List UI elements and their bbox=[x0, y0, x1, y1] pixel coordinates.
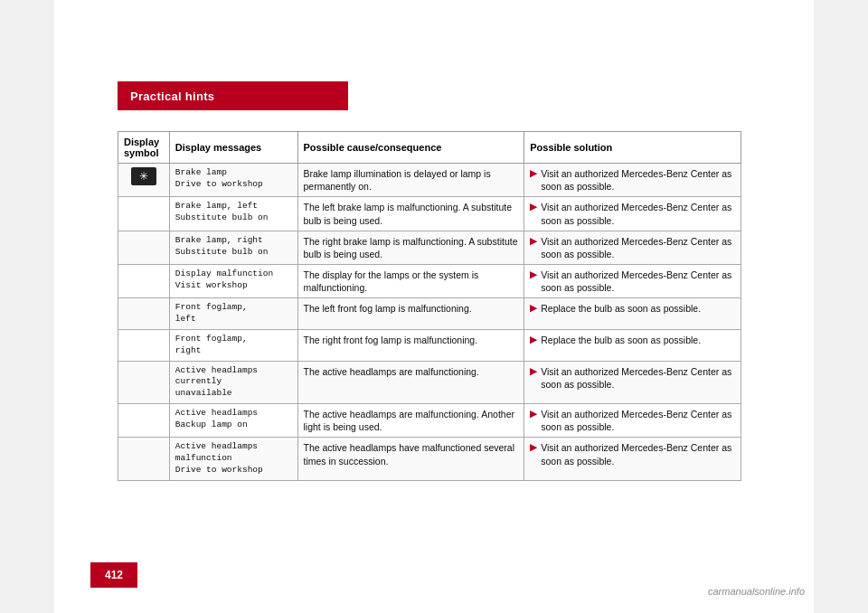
solution-text: Visit an authorized Mercedes-Benz Center… bbox=[541, 441, 735, 467]
lamp-icon: ✳ bbox=[131, 167, 156, 185]
col-header-cause: Possible cause/consequence bbox=[297, 132, 524, 164]
solution-cell: ▶Replace the bulb as soon as possible. bbox=[524, 330, 741, 362]
arrow-icon: ▶ bbox=[530, 269, 537, 281]
message-cell: Active headlamps Backup lamp on bbox=[169, 404, 297, 438]
solution-cell: ▶Visit an authorized Mercedes-Benz Cente… bbox=[524, 164, 741, 197]
symbol-cell bbox=[118, 197, 170, 231]
table-row: Brake lamp, right Substitute bulb onThe … bbox=[118, 231, 741, 264]
solution-text: Replace the bulb as soon as possible. bbox=[541, 334, 701, 346]
arrow-icon: ▶ bbox=[530, 302, 537, 315]
solution-text: Visit an authorized Mercedes-Benz Center… bbox=[541, 269, 735, 294]
cause-cell: The right brake lamp is malfunctioning. … bbox=[297, 231, 524, 264]
page-number: 412 bbox=[105, 569, 123, 581]
symbol-cell bbox=[118, 404, 170, 438]
cause-cell: The active headlamps are malfunctioning. bbox=[297, 361, 524, 403]
col-header-symbol: Display symbol bbox=[118, 132, 170, 164]
table-row: Active headlamps Backup lamp onThe activ… bbox=[118, 404, 741, 438]
solution-cell: ▶Visit an authorized Mercedes-Benz Cente… bbox=[524, 265, 741, 298]
watermark: carmanualsonline.info bbox=[708, 586, 805, 597]
table-row: Display malfunction Visit workshopThe di… bbox=[118, 265, 741, 298]
table-row: Brake lamp, left Substitute bulb onThe l… bbox=[118, 197, 741, 231]
arrow-icon: ▶ bbox=[530, 365, 537, 378]
cause-cell: The active headlamps have malfunctioned … bbox=[297, 438, 524, 480]
table-row: ✳Brake lamp Drive to workshopBrake lamp … bbox=[118, 164, 741, 197]
table-row: Front foglamp, leftThe left front fog la… bbox=[118, 298, 741, 330]
table-header-row: Display symbol Display messages Possible… bbox=[118, 132, 741, 164]
cause-cell: The active headlamps are malfunctioning.… bbox=[297, 404, 524, 438]
solution-cell: ▶Visit an authorized Mercedes-Benz Cente… bbox=[524, 361, 741, 403]
message-cell: Display malfunction Visit workshop bbox=[169, 265, 297, 298]
cause-cell: Brake lamp illumination is delayed or la… bbox=[297, 164, 524, 197]
col-header-messages: Display messages bbox=[169, 132, 297, 164]
symbol-cell bbox=[118, 231, 170, 264]
symbol-cell bbox=[118, 361, 170, 403]
solution-cell: ▶Replace the bulb as soon as possible. bbox=[524, 298, 741, 330]
table-row: Active headlamps malfunction Drive to wo… bbox=[118, 438, 741, 480]
solution-text: Visit an authorized Mercedes-Benz Center… bbox=[541, 235, 735, 260]
arrow-icon: ▶ bbox=[530, 201, 537, 213]
arrow-icon: ▶ bbox=[530, 235, 537, 248]
message-cell: Front foglamp, right bbox=[169, 330, 297, 362]
symbol-cell: ✳ bbox=[118, 164, 170, 197]
message-cell: Front foglamp, left bbox=[169, 298, 297, 330]
solution-text: Visit an authorized Mercedes-Benz Center… bbox=[541, 408, 735, 433]
hints-table: Display symbol Display messages Possible… bbox=[118, 131, 741, 481]
solution-cell: ▶Visit an authorized Mercedes-Benz Cente… bbox=[524, 197, 741, 231]
solution-text: Replace the bulb as soon as possible. bbox=[541, 302, 701, 315]
arrow-icon: ▶ bbox=[530, 167, 537, 180]
solution-cell: ▶Visit an authorized Mercedes-Benz Cente… bbox=[524, 404, 741, 438]
header-title: Practical hints bbox=[130, 90, 214, 103]
main-table-container: Display symbol Display messages Possible… bbox=[118, 131, 741, 481]
symbol-cell bbox=[118, 438, 170, 480]
cause-cell: The left brake lamp is malfunctioning. A… bbox=[297, 197, 524, 231]
arrow-icon: ▶ bbox=[530, 441, 537, 454]
header-bar: Practical hints bbox=[118, 81, 348, 110]
solution-text: Visit an authorized Mercedes-Benz Center… bbox=[541, 365, 735, 391]
symbol-cell bbox=[118, 265, 170, 298]
message-cell: Brake lamp, left Substitute bulb on bbox=[169, 197, 297, 231]
message-cell: Active headlamps currently unavailable bbox=[169, 361, 297, 403]
solution-text: Visit an authorized Mercedes-Benz Center… bbox=[541, 201, 735, 226]
arrow-icon: ▶ bbox=[530, 334, 537, 346]
message-cell: Active headlamps malfunction Drive to wo… bbox=[169, 438, 297, 480]
cause-cell: The left front fog lamp is malfunctionin… bbox=[297, 298, 524, 330]
solution-cell: ▶Visit an authorized Mercedes-Benz Cente… bbox=[524, 438, 741, 480]
cause-cell: The right front fog lamp is malfunctioni… bbox=[297, 330, 524, 362]
arrow-icon: ▶ bbox=[530, 408, 537, 420]
message-cell: Brake lamp Drive to workshop bbox=[169, 164, 297, 197]
solution-cell: ▶Visit an authorized Mercedes-Benz Cente… bbox=[524, 231, 741, 264]
col-header-solution: Possible solution bbox=[524, 132, 741, 164]
symbol-cell bbox=[118, 330, 170, 362]
solution-text: Visit an authorized Mercedes-Benz Center… bbox=[541, 167, 735, 193]
cause-cell: The display for the lamps or the system … bbox=[297, 265, 524, 298]
page-number-box: 412 bbox=[90, 562, 137, 588]
message-cell: Brake lamp, right Substitute bulb on bbox=[169, 231, 297, 264]
table-row: Active headlamps currently unavailableTh… bbox=[118, 361, 741, 403]
symbol-cell bbox=[118, 298, 170, 330]
table-row: Front foglamp, rightThe right front fog … bbox=[118, 330, 741, 362]
